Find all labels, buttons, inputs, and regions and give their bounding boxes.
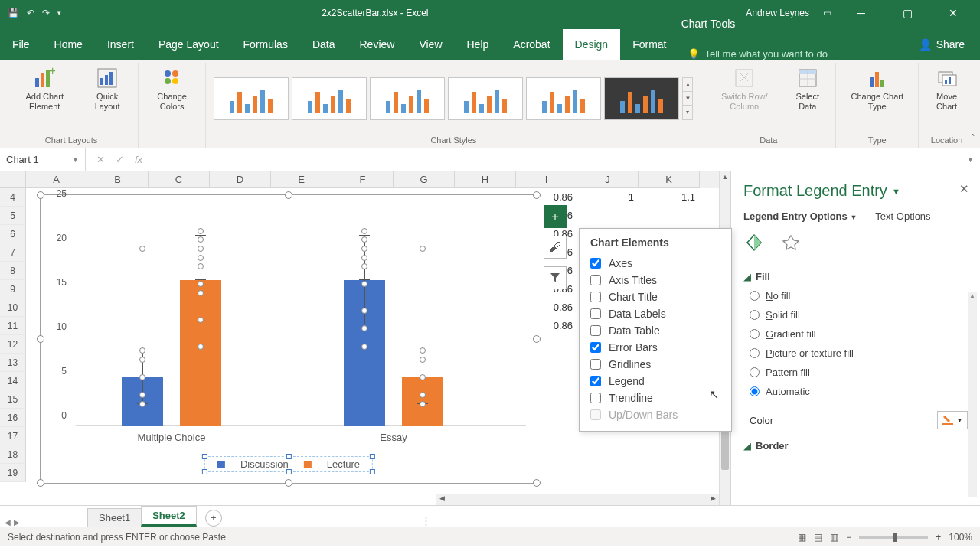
redo-icon[interactable]: ↷: [42, 8, 50, 18]
scatter-point[interactable]: [139, 347, 145, 354]
enter-fx-icon[interactable]: ✓: [116, 154, 124, 165]
scatter-point[interactable]: [198, 317, 204, 323]
tab-view[interactable]: View: [407, 29, 454, 60]
row-header[interactable]: 15: [0, 390, 26, 409]
scatter-point[interactable]: [361, 344, 368, 350]
style-thumb-3[interactable]: [370, 77, 445, 120]
new-sheet-button[interactable]: +: [205, 510, 222, 527]
chart-object[interactable]: 0510152025 Discussion Lecture Multiple C…: [40, 194, 537, 484]
col-header[interactable]: F: [332, 171, 394, 188]
scatter-point[interactable]: [361, 246, 368, 252]
effects-icon[interactable]: [780, 233, 802, 253]
name-box[interactable]: Chart 1▼: [0, 148, 86, 171]
border-section[interactable]: ◢ Border: [743, 440, 968, 452]
chk-error-bars[interactable]: Error Bars: [590, 339, 720, 356]
col-header[interactable]: A: [26, 171, 87, 188]
radio-picture-fill[interactable]: Picture or texture fill: [750, 347, 968, 359]
style-thumb-5[interactable]: [526, 77, 601, 120]
col-header[interactable]: D: [210, 171, 271, 188]
scatter-point[interactable]: [361, 228, 368, 234]
resize-handle[interactable]: [285, 479, 292, 487]
chart-filters-button[interactable]: [544, 266, 567, 289]
col-header[interactable]: B: [87, 171, 149, 188]
fill-section[interactable]: ◢ Fill: [743, 271, 968, 282]
col-header[interactable]: K: [639, 171, 700, 188]
zoom-out-button[interactable]: −: [846, 532, 851, 543]
radio-no-fill[interactable]: No fill: [750, 290, 968, 302]
tell-me-input[interactable]: 💡 Tell me what you want to do: [688, 48, 827, 60]
view-layout-icon[interactable]: ▤: [814, 532, 822, 543]
chart-elements-button[interactable]: ＋: [544, 205, 567, 228]
scatter-point[interactable]: [420, 392, 426, 398]
zoom-slider[interactable]: [859, 536, 928, 539]
close-button[interactable]: ✕: [937, 7, 969, 19]
resize-handle[interactable]: [533, 335, 541, 343]
row-header[interactable]: 6: [0, 225, 26, 243]
row-header[interactable]: 4: [0, 188, 26, 207]
scatter-point[interactable]: [361, 263, 368, 269]
scatter-point[interactable]: [420, 357, 426, 363]
qat-more-icon[interactable]: ▾: [57, 9, 61, 17]
scatter-point[interactable]: [361, 281, 368, 287]
row-header[interactable]: 7: [0, 243, 26, 262]
row-header[interactable]: 9: [0, 280, 26, 298]
tab-text-options[interactable]: Text Options: [875, 210, 930, 222]
legend-item-lecture[interactable]: Lecture: [327, 458, 360, 470]
scatter-point[interactable]: [198, 263, 204, 269]
scatter-point[interactable]: [361, 236, 368, 243]
view-break-icon[interactable]: ▥: [830, 532, 838, 543]
style-scroll[interactable]: ▲▼▾: [682, 77, 693, 120]
tab-formulas[interactable]: Formulas: [231, 29, 300, 60]
horizontal-scrollbar[interactable]: ◀ ▶: [436, 494, 719, 505]
change-chart-type-button[interactable]: Change Chart Type: [841, 63, 913, 134]
radio-solid-fill[interactable]: Solid fill: [750, 309, 968, 321]
radio-pattern-fill[interactable]: Pattern fill: [750, 367, 968, 378]
resize-handle[interactable]: [37, 191, 44, 199]
collapse-ribbon-icon[interactable]: ˄: [971, 133, 975, 143]
chk-chart-title[interactable]: Chart Title: [590, 289, 720, 305]
add-chart-element-button[interactable]: + Add Chart Element: [9, 63, 80, 134]
scatter-point[interactable]: [198, 290, 204, 296]
sheet-tab-2[interactable]: Sheet2: [141, 506, 197, 527]
tab-entry-options[interactable]: Legend Entry Options ▼: [743, 210, 857, 222]
row-header[interactable]: 13: [0, 354, 26, 372]
scatter-point[interactable]: [198, 236, 204, 243]
cell-J4[interactable]: 1: [577, 188, 639, 207]
quick-layout-button[interactable]: Quick Layout: [81, 63, 133, 134]
style-thumb-4[interactable]: [448, 77, 523, 120]
scatter-point[interactable]: [198, 344, 204, 350]
sheet-tab-1[interactable]: Sheet1: [87, 508, 142, 527]
close-pane-button[interactable]: ✕: [959, 182, 969, 196]
row-header[interactable]: 12: [0, 335, 26, 354]
scatter-point[interactable]: [139, 401, 145, 407]
legend-item-discussion[interactable]: Discussion: [240, 458, 289, 470]
tab-design[interactable]: Design: [563, 29, 621, 60]
col-header[interactable]: E: [271, 171, 332, 188]
scatter-point[interactable]: [198, 246, 204, 252]
share-button[interactable]: 👤 Share: [903, 29, 980, 60]
scatter-point[interactable]: [139, 374, 145, 380]
tab-review[interactable]: Review: [348, 29, 407, 60]
tab-acrobat[interactable]: Acrobat: [501, 29, 562, 60]
undo-icon[interactable]: ↶: [27, 8, 34, 18]
resize-handle[interactable]: [37, 479, 44, 487]
tab-help[interactable]: Help: [455, 29, 501, 60]
chk-gridlines[interactable]: Gridlines: [590, 356, 720, 373]
scatter-point[interactable]: [361, 308, 368, 314]
cancel-fx-icon[interactable]: ✕: [96, 154, 105, 165]
select-data-button[interactable]: Select Data: [784, 63, 831, 134]
tab-nav-next[interactable]: ▶: [14, 518, 20, 527]
col-header[interactable]: I: [516, 171, 577, 188]
style-thumb-2[interactable]: [292, 77, 367, 120]
user-name[interactable]: Andrew Leynes: [746, 8, 809, 18]
row-header[interactable]: 11: [0, 317, 26, 335]
row-header[interactable]: 14: [0, 372, 26, 390]
col-header[interactable]: H: [455, 171, 516, 188]
cell-K4[interactable]: 1.1: [639, 188, 700, 207]
plot-area[interactable]: [76, 206, 526, 426]
resize-handle[interactable]: [285, 191, 292, 199]
zoom-in-button[interactable]: +: [936, 532, 941, 543]
scatter-point[interactable]: [139, 357, 145, 363]
chk-axis-titles[interactable]: Axis Titles: [590, 272, 720, 289]
tab-page-layout[interactable]: Page Layout: [146, 29, 231, 60]
